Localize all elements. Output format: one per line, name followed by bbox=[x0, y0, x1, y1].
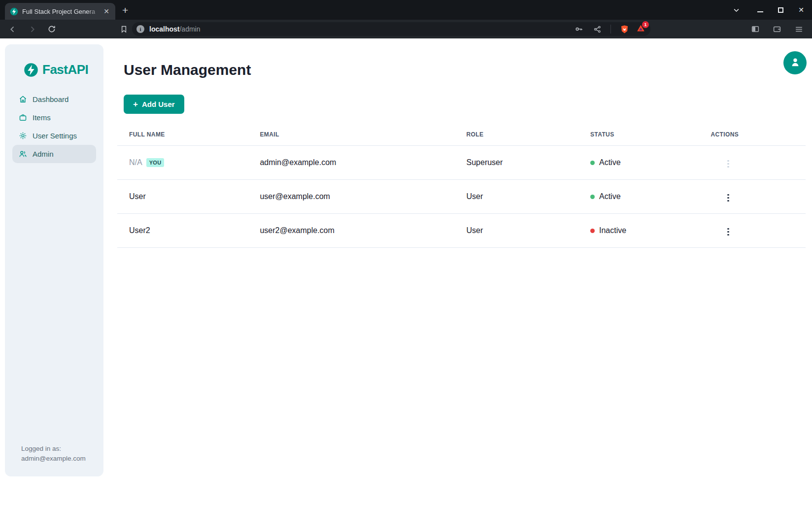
back-button[interactable] bbox=[6, 23, 19, 35]
sidebar-item-label: Dashboard bbox=[33, 95, 68, 103]
browser-toolbar: i localhost/admin 1 bbox=[0, 20, 812, 38]
full-name-value: N/A bbox=[129, 158, 142, 167]
reload-button[interactable] bbox=[45, 23, 58, 35]
password-key-icon[interactable] bbox=[573, 23, 585, 35]
wallet-icon[interactable] bbox=[771, 23, 783, 35]
row-actions-menu-icon[interactable] bbox=[718, 191, 738, 205]
tab-title: Full Stack Project Genera bbox=[22, 8, 102, 15]
col-header-actions: ACTIONS bbox=[699, 125, 806, 146]
status-label: Inactive bbox=[599, 226, 626, 235]
table-row: User user@example.com User Active bbox=[117, 180, 806, 214]
divider bbox=[610, 25, 611, 34]
plus-icon: + bbox=[133, 100, 138, 108]
col-header-email: EMAIL bbox=[248, 125, 454, 146]
logged-in-info: Logged in as: admin@example.com bbox=[21, 444, 86, 464]
sidebar-item-dashboard[interactable]: Dashboard bbox=[12, 90, 96, 108]
status-dot-active bbox=[590, 195, 595, 199]
cell-actions bbox=[699, 180, 806, 214]
status-dot-active bbox=[590, 161, 595, 165]
menu-hamburger-icon[interactable] bbox=[792, 23, 805, 35]
row-actions-menu-icon bbox=[718, 157, 738, 171]
share-icon[interactable] bbox=[591, 23, 604, 35]
brave-shield-icon[interactable] bbox=[618, 23, 631, 35]
sidebar-panel-icon[interactable] bbox=[749, 23, 762, 35]
add-user-button[interactable]: + Add User bbox=[124, 95, 184, 114]
col-header-role: ROLE bbox=[455, 125, 578, 146]
users-icon bbox=[19, 150, 27, 158]
briefcase-icon bbox=[19, 113, 27, 122]
sidebar-item-user-settings[interactable]: User Settings bbox=[12, 127, 96, 145]
row-actions-menu-icon[interactable] bbox=[718, 225, 738, 239]
page-title: User Management bbox=[124, 62, 806, 78]
url-host: localhost bbox=[149, 25, 179, 33]
forward-button[interactable] bbox=[26, 23, 38, 35]
table-header-row: FULL NAME EMAIL ROLE STATUS ACTIONS bbox=[117, 125, 806, 146]
sidebar-item-label: Items bbox=[33, 113, 51, 122]
logged-in-label: Logged in as: bbox=[21, 444, 86, 454]
admin-page: FastAPI Dashboard Items User Settings bbox=[0, 38, 812, 505]
cell-role: User bbox=[455, 180, 578, 214]
address-bar[interactable]: i localhost/admin 1 bbox=[132, 22, 650, 36]
table-row: N/AYOU admin@example.com Superuser Activ… bbox=[117, 146, 806, 180]
cell-full-name: User bbox=[117, 180, 248, 214]
sidebar-item-label: Admin bbox=[33, 150, 54, 158]
cell-status: Active bbox=[578, 180, 699, 214]
site-info-icon[interactable]: i bbox=[136, 25, 144, 33]
sidebar-item-label: User Settings bbox=[33, 132, 77, 140]
cell-status: Active bbox=[578, 146, 699, 180]
tab-close-icon[interactable]: ✕ bbox=[102, 7, 111, 16]
fastapi-favicon-bolt-icon bbox=[10, 7, 18, 16]
fastapi-logo: FastAPI bbox=[5, 62, 103, 77]
cell-email: admin@example.com bbox=[248, 146, 454, 180]
add-user-label: Add User bbox=[142, 100, 175, 108]
url-text[interactable]: localhost/admin bbox=[149, 25, 573, 33]
window-minimize-button[interactable] bbox=[757, 11, 763, 12]
tab-search-chevron-icon[interactable] bbox=[730, 3, 743, 16]
cell-email: user@example.com bbox=[248, 180, 454, 214]
logged-in-email: admin@example.com bbox=[21, 454, 86, 464]
cell-role: Superuser bbox=[455, 146, 578, 180]
cell-actions bbox=[699, 214, 806, 248]
sidebar-item-items[interactable]: Items bbox=[12, 108, 96, 127]
users-table: FULL NAME EMAIL ROLE STATUS ACTIONS N/AY… bbox=[117, 125, 806, 248]
browser-tab[interactable]: Full Stack Project Genera ✕ bbox=[5, 3, 115, 20]
col-header-full-name: FULL NAME bbox=[117, 125, 248, 146]
logo-text: FastAPI bbox=[42, 62, 88, 77]
sidebar-nav: Dashboard Items User Settings Admin bbox=[5, 90, 103, 163]
cell-actions bbox=[699, 146, 806, 180]
cell-full-name: User2 bbox=[117, 214, 248, 248]
bookmark-icon[interactable] bbox=[117, 23, 130, 35]
user-avatar-icon bbox=[789, 56, 801, 69]
fastapi-bolt-icon bbox=[24, 63, 38, 77]
cell-email: user2@example.com bbox=[248, 214, 454, 248]
window-close-button[interactable]: ✕ bbox=[798, 6, 804, 14]
sidebar-item-admin[interactable]: Admin bbox=[12, 145, 96, 163]
status-label: Active bbox=[599, 158, 621, 167]
status-label: Active bbox=[599, 192, 621, 201]
url-path: /admin bbox=[179, 25, 200, 33]
gear-icon bbox=[19, 132, 27, 140]
table-row: User2 user2@example.com User Inactive bbox=[117, 214, 806, 248]
user-avatar-button[interactable] bbox=[783, 51, 807, 74]
cell-role: User bbox=[455, 214, 578, 248]
you-badge: YOU bbox=[146, 158, 165, 167]
cell-full-name: N/AYOU bbox=[117, 146, 248, 180]
brave-rewards-icon[interactable]: 1 bbox=[636, 24, 645, 35]
home-icon bbox=[19, 95, 27, 103]
main-content: User Management + Add User FULL NAME EMA… bbox=[103, 38, 812, 505]
browser-tab-bar: Full Stack Project Genera ✕ + ✕ bbox=[0, 0, 812, 20]
window-maximize-button[interactable] bbox=[778, 7, 783, 13]
cell-status: Inactive bbox=[578, 214, 699, 248]
col-header-status: STATUS bbox=[578, 125, 699, 146]
new-tab-button[interactable]: + bbox=[122, 4, 128, 16]
rewards-count-badge: 1 bbox=[642, 21, 649, 28]
sidebar: FastAPI Dashboard Items User Settings bbox=[5, 44, 103, 476]
status-dot-inactive bbox=[590, 229, 595, 233]
